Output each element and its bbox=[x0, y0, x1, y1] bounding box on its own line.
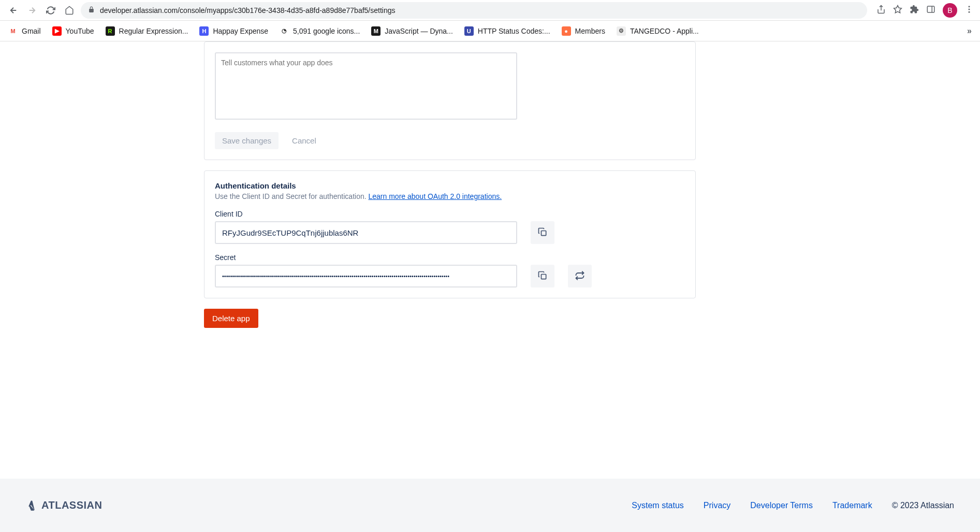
auth-section-subtitle: Use the Client ID and Secret for authent… bbox=[215, 192, 685, 200]
secret-label: Secret bbox=[215, 253, 685, 262]
svg-rect-6 bbox=[542, 274, 546, 279]
atlassian-logo: ATLASSIAN bbox=[26, 499, 102, 511]
bookmark-item[interactable]: ▶YouTube bbox=[52, 26, 94, 36]
browser-toolbar: developer.atlassian.com/console/myapps/c… bbox=[0, 0, 980, 21]
svg-point-4 bbox=[969, 11, 970, 12]
bookmark-item[interactable]: ●Members bbox=[562, 26, 605, 36]
cancel-button[interactable]: Cancel bbox=[285, 132, 324, 149]
back-button[interactable] bbox=[6, 3, 21, 18]
copy-secret-button[interactable] bbox=[531, 265, 554, 287]
sidebar-spacer bbox=[0, 41, 155, 479]
regenerate-secret-button[interactable] bbox=[568, 265, 592, 287]
bookmarks-overflow[interactable]: » bbox=[967, 26, 972, 36]
client-id-input[interactable] bbox=[215, 221, 517, 244]
bookmark-item[interactable]: MGmail bbox=[8, 26, 41, 36]
bookmark-item[interactable]: MJavaScript — Dyna... bbox=[371, 26, 453, 36]
svg-rect-5 bbox=[542, 231, 546, 235]
footer-link-system-status[interactable]: System status bbox=[632, 501, 683, 510]
panel-icon[interactable] bbox=[926, 5, 935, 16]
lock-icon bbox=[88, 6, 95, 15]
bookmark-item[interactable]: HHappay Expense bbox=[199, 26, 268, 36]
url-text: developer.atlassian.com/console/myapps/c… bbox=[100, 6, 396, 15]
extensions-icon[interactable] bbox=[910, 5, 919, 16]
bookmark-item[interactable]: RRegular Expression... bbox=[106, 26, 188, 36]
bookmark-label: YouTube bbox=[66, 27, 94, 35]
address-bar[interactable]: developer.atlassian.com/console/myapps/c… bbox=[81, 2, 867, 19]
svg-rect-0 bbox=[927, 6, 934, 12]
copy-icon bbox=[537, 270, 548, 282]
bookmark-favicon: H bbox=[199, 26, 209, 36]
reload-button[interactable] bbox=[43, 3, 58, 18]
bookmark-label: Happay Expense bbox=[213, 27, 268, 35]
bookmark-label: Gmail bbox=[22, 27, 41, 35]
bookmark-favicon: ⚙ bbox=[617, 26, 626, 36]
bookmark-label: Regular Expression... bbox=[119, 27, 188, 35]
bookmark-favicon: R bbox=[106, 26, 115, 36]
bookmark-favicon: M bbox=[371, 26, 381, 36]
auth-section-title: Authentication details bbox=[215, 181, 685, 190]
menu-icon[interactable] bbox=[964, 5, 974, 16]
refresh-icon bbox=[575, 270, 585, 282]
footer-logo-text: ATLASSIAN bbox=[41, 499, 102, 511]
delete-app-button[interactable]: Delete app bbox=[204, 309, 258, 328]
bookmarks-bar: MGmail▶YouTubeRRegular Expression...HHap… bbox=[0, 21, 980, 41]
bookmark-item[interactable]: ⚙TANGEDCO - Appli... bbox=[617, 26, 699, 36]
save-button[interactable]: Save changes bbox=[215, 132, 279, 149]
bookmark-label: 5,091 google icons... bbox=[293, 27, 360, 35]
footer-link-trademark[interactable]: Trademark bbox=[832, 501, 872, 510]
footer-link-privacy[interactable]: Privacy bbox=[704, 501, 730, 510]
share-icon[interactable] bbox=[876, 5, 886, 16]
home-button[interactable] bbox=[62, 3, 77, 18]
bookmark-item[interactable]: UHTTP Status Codes:... bbox=[464, 26, 550, 36]
bookmark-favicon: ▶ bbox=[52, 26, 62, 36]
profile-avatar[interactable]: B bbox=[943, 3, 957, 18]
bookmark-favicon: M bbox=[8, 26, 18, 36]
bookmark-favicon: U bbox=[464, 26, 474, 36]
forward-button[interactable] bbox=[25, 3, 39, 18]
bookmark-favicon: ● bbox=[562, 26, 571, 36]
oauth-learn-more-link[interactable]: Learn more about OAuth 2.0 integrations. bbox=[369, 192, 502, 200]
svg-point-3 bbox=[969, 8, 970, 10]
copy-client-id-button[interactable] bbox=[531, 221, 554, 244]
client-id-label: Client ID bbox=[215, 210, 685, 218]
bookmark-label: HTTP Status Codes:... bbox=[478, 27, 550, 35]
bookmark-favicon: ◔ bbox=[280, 26, 289, 36]
copy-icon bbox=[537, 227, 548, 239]
bookmark-label: Members bbox=[575, 27, 605, 35]
bookmark-label: TANGEDCO - Appli... bbox=[630, 27, 699, 35]
bookmark-item[interactable]: ◔5,091 google icons... bbox=[280, 26, 360, 36]
bookmark-label: JavaScript — Dyna... bbox=[385, 27, 453, 35]
svg-point-2 bbox=[969, 6, 970, 7]
footer-copyright: © 2023 Atlassian bbox=[892, 501, 954, 510]
description-textarea[interactable] bbox=[215, 52, 517, 120]
footer-link-developer-terms[interactable]: Developer Terms bbox=[750, 501, 813, 510]
secret-input[interactable] bbox=[215, 265, 517, 287]
auth-subtitle-text: Use the Client ID and Secret for authent… bbox=[215, 192, 369, 200]
star-icon[interactable] bbox=[893, 5, 902, 16]
footer: ATLASSIAN System status Privacy Develope… bbox=[0, 479, 980, 532]
